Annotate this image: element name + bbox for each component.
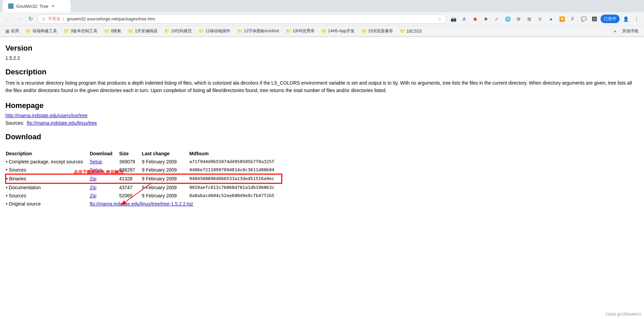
bookmark-other[interactable]: 其他书签 [620, 27, 641, 35]
row6-desc: • Original source [6, 200, 90, 208]
row6-download[interactable]: ftp://mama.indstate.edu/linux/tree/tree-… [90, 200, 281, 208]
table-row: • Documentation Zip 43747 9 February 200… [6, 183, 282, 192]
plus-icon[interactable]: ✚ [481, 14, 491, 24]
row1-desc: • Complete package, except sources [6, 158, 90, 166]
table-row-binaries: • Binaries Zip 41328 9 February 2009 940… [6, 174, 282, 183]
address-bar[interactable]: ⚠ 不安全 | gnuwin32.sourceforge.net/package… [37, 14, 447, 24]
table-header-row: Description Download Size Last change Md… [6, 149, 282, 158]
row1-download[interactable]: Setup [90, 158, 119, 166]
row5-size: 52065 [119, 192, 142, 200]
browser-chrome: 🌐 GnuWin32: Tree ✕ ← → ↻ ⚠ 不安全 | gnuwin3… [0, 0, 644, 37]
bookmark-label-9: 14H5-App开发 [328, 28, 355, 34]
vy-icon[interactable]: V [535, 14, 545, 24]
folder-icon-9: 📁 [321, 29, 327, 34]
bookmark-item-10[interactable]: 📁 15浏览器兼容 [359, 27, 396, 35]
toolbar-icons: 📷 A ⏺ ✚ ✓ 🌐 ⚙ ⊞ V ● 🔽 F 💬 🅰 已暂停 👤 ⋮ [449, 14, 641, 24]
checklist-icon[interactable]: ✓ [492, 14, 501, 24]
bookmark-label-2: 3版本控制工具 [71, 28, 97, 34]
col-header-description: Description [6, 149, 90, 158]
version-value: 1.5.2.2 [5, 55, 632, 61]
tab-title: GnuWin32: Tree [16, 4, 49, 9]
row2-md5: 4486e72118997894814c0c3611d88b04 [189, 166, 281, 174]
bookmark-item-2[interactable]: 📁 3版本控制工具 [61, 27, 100, 35]
row3-download[interactable]: Zip [90, 174, 119, 183]
ext4-icon[interactable]: 🅰 [590, 14, 599, 24]
bookmark-item-7[interactable]: 📁 12字体图标iconfont [234, 27, 282, 35]
apps-grid-icon: ⊞ [5, 29, 10, 34]
ext2-icon[interactable]: 🔽 [557, 14, 567, 24]
screenshot-icon[interactable]: 📷 [449, 14, 458, 24]
menu-button[interactable]: ⋮ [632, 14, 641, 24]
row5-download[interactable]: Zip [90, 192, 119, 200]
bookmark-item-5[interactable]: 📁 10代码规范 [162, 27, 194, 35]
url-separator: | [63, 17, 64, 21]
translate-icon[interactable]: A [459, 14, 469, 24]
row4-md5: 9029aefc813c7b068d781a1db196063c [189, 183, 281, 192]
bookmark-item-4[interactable]: 📁 1开发编辑器 [125, 27, 160, 35]
row3-md5: 9404560896d6b6533a13ded51516a9ec [189, 174, 281, 183]
sources-line: Sources: ftp://mama.indstate.edu/linux/t… [5, 120, 632, 126]
profile-avatar[interactable]: 👤 [621, 14, 630, 24]
ext1-icon[interactable]: ● [546, 14, 556, 24]
bookmark-label-8: 13H5优秀库 [292, 28, 315, 34]
bookmark-item-9[interactable]: 📁 14H5-App开发 [319, 27, 357, 35]
wechat-icon[interactable]: 💬 [579, 14, 588, 24]
pause-button[interactable]: 已暂停 [601, 15, 620, 23]
bookmarks-more-button[interactable]: » [612, 28, 618, 35]
row4-download-link[interactable]: Zip [90, 185, 96, 190]
folder-icon-6: 📁 [198, 29, 204, 34]
grid-icon[interactable]: ⊞ [525, 14, 534, 24]
bookmark-item-3[interactable]: 📁 0搜索 [101, 27, 124, 35]
back-button[interactable]: ← [3, 14, 12, 24]
row3-download-link[interactable]: Zip [90, 176, 96, 181]
settings-icon[interactable]: ⚙ [514, 14, 523, 24]
bookmark-item-1[interactable]: 📁 前端构建工具 [23, 27, 60, 35]
profile-area: 已暂停 👤 [601, 14, 630, 24]
row1-size: 369079 [119, 158, 142, 166]
row3-size: 41328 [119, 174, 142, 183]
star-icon[interactable]: ☆ [438, 16, 442, 22]
forward-button[interactable]: → [14, 14, 24, 24]
security-icon: ⚠ [42, 17, 45, 21]
table-row: • Original source ftp://mama.indstate.ed… [6, 200, 282, 208]
row3-desc: • Binaries [6, 174, 90, 183]
row4-size: 43747 [119, 183, 142, 192]
annotation-text: 点击下载到本地,然后解压 [74, 169, 124, 175]
bookmark-item-6[interactable]: 📁 11移动端插件 [196, 27, 233, 35]
table-row: • Sources Setup 836287 9 February 2009 4… [6, 166, 282, 174]
bookmark-label-10: 15浏览器兼容 [368, 28, 393, 34]
sources-link[interactable]: ftp://mama.indstate.edu/linux/tree [27, 120, 97, 126]
folder-icon-10: 📁 [361, 29, 367, 34]
row1-download-link[interactable]: Setup [90, 159, 102, 164]
col-header-size: Size [119, 149, 142, 158]
sources-label: Sources: [5, 120, 24, 126]
bookmark-item-11[interactable]: 📁 16CSS3 [397, 28, 424, 35]
row4-download[interactable]: Zip [90, 183, 119, 192]
folder-icon-5: 📁 [164, 29, 170, 34]
tab-close-button[interactable]: ✕ [51, 4, 55, 8]
navigation-toolbar: ← → ↻ ⚠ 不安全 | gnuwin32.sourceforge.net/p… [0, 12, 644, 26]
row5-lastchange: 9 February 2009 [142, 192, 189, 200]
active-tab[interactable]: 🌐 GnuWin32: Tree ✕ [3, 0, 71, 12]
recordrtc-icon[interactable]: ⏺ [470, 14, 480, 24]
row4-lastchange: 9 February 2009 [142, 183, 189, 192]
row5-download-link[interactable]: Zip [90, 193, 96, 198]
reload-button[interactable]: ↻ [26, 14, 35, 24]
folder-icon-3: 📁 [104, 29, 110, 34]
row5-md5: 8a0abacd604c52ee68049e9cfb47f2b5 [189, 192, 281, 200]
bookmark-item-8[interactable]: 📁 13H5优秀库 [283, 27, 317, 35]
description-heading: Description [5, 68, 632, 76]
table-row: • Sources Zip 52065 9 February 2009 8a0a… [6, 192, 282, 200]
row6-ftp-link[interactable]: ftp://mama.indstate.edu/linux/tree/tree-… [90, 201, 193, 207]
bookmark-apps[interactable]: ⊞ 应用 [3, 27, 22, 35]
download-table-wrapper: Description Download Size Last change Md… [5, 144, 282, 208]
bookmark-label-5: 10代码规范 [171, 28, 192, 34]
page-content: Version 1.5.2.2 Description Tree is a re… [0, 37, 638, 223]
homepage-link[interactable]: http://mama.indstate.edu/users/ice/tree [5, 113, 88, 118]
octotree-icon[interactable]: 🌐 [503, 14, 512, 24]
tab-favicon: 🌐 [8, 3, 14, 9]
ext3-icon[interactable]: F [568, 14, 577, 24]
folder-icon-7: 📁 [237, 29, 243, 34]
folder-icon-2: 📁 [64, 29, 69, 34]
url-text-content: gnuwin32.sourceforge.net/packages/tree.h… [67, 16, 155, 21]
